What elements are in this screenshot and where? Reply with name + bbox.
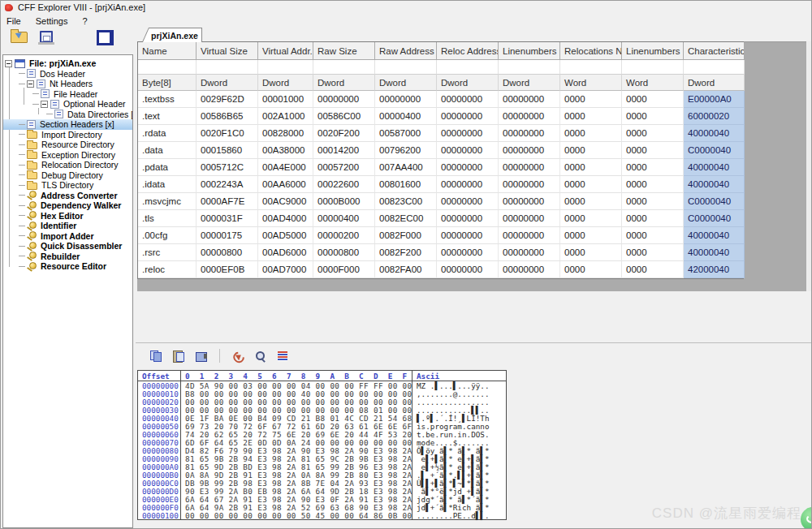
column-header-linenumbers[interactable]: Linenumbers ... — [622, 42, 684, 60]
table-cell[interactable]: .pdata — [138, 159, 197, 176]
table-cell[interactable]: 0000 — [560, 193, 622, 210]
fill-icon[interactable] — [278, 351, 287, 361]
table-cell[interactable]: 00001000 — [258, 91, 313, 108]
table-cell[interactable]: 0082F200 — [375, 244, 437, 261]
table-cell[interactable]: E00000A0 — [684, 91, 745, 108]
table-cell[interactable]: 60000020 — [684, 108, 745, 125]
tree-item-dos-header[interactable]: Dos Header — [3, 69, 132, 80]
table-cell[interactable]: 40000040 — [684, 159, 745, 176]
hex-bytes[interactable]: 69 73 20 70 72 6F 67 72 61 6D 20 63 61 6… — [181, 422, 412, 430]
tree-item-dependency-walker[interactable]: Dependency Walker — [3, 200, 132, 211]
table-cell[interactable]: 0000 — [622, 210, 684, 227]
table-cell[interactable]: 0000031F — [197, 210, 258, 227]
menu-item-file[interactable]: File — [6, 16, 21, 26]
table-cell[interactable]: 00AD5000 — [258, 227, 313, 244]
hex-bytes[interactable]: 00 00 00 00 00 00 00 00 50 45 00 00 64 8… — [181, 511, 412, 519]
table-cell[interactable]: 007AA400 — [375, 159, 437, 176]
table-cell[interactable]: 0020F200 — [313, 125, 375, 142]
hex-ascii[interactable]: Ô▌öy ã▌* ã▌* ã▌* — [412, 446, 505, 454]
table-cell[interactable]: .tls — [138, 210, 197, 227]
hex-ascii[interactable]: ........PE..d▌▌. — [412, 511, 505, 519]
hex-ascii[interactable]: is.program.canno — [412, 422, 505, 430]
table-cell[interactable]: 00000000 — [499, 142, 560, 159]
tree-item-import-adder[interactable]: Import Adder — [3, 231, 132, 242]
table-cell[interactable]: 00AD7000 — [258, 261, 313, 278]
cascade-windows-icon[interactable] — [97, 30, 114, 45]
tree-item-address-converter[interactable]: Address Converter — [3, 191, 132, 201]
hex-ascii[interactable]: .▌ +´ã▌*.▌▌+▌ã▌* — [412, 471, 505, 479]
table-cell[interactable]: 00000000 — [437, 244, 499, 261]
column-header-name[interactable]: Name — [138, 42, 197, 60]
table-cell[interactable]: 00000175 — [197, 227, 258, 244]
table-cell[interactable]: 00000800 — [313, 244, 375, 261]
column-header-raw-address[interactable]: Raw Address — [375, 42, 437, 60]
table-cell[interactable]: 00000000 — [375, 91, 437, 108]
tree-item-data-directories-x[interactable]: Data Directories [x] — [3, 110, 132, 120]
column-header-raw-size[interactable]: Raw Size — [313, 42, 375, 60]
column-header-virtual-addr[interactable]: Virtual Addr... — [258, 42, 313, 60]
hex-ascii[interactable]: e▌+▌ã▌* e▌+▌ã▌* — [412, 454, 505, 462]
tree-item-debug-directory[interactable]: Debug Directory — [3, 170, 132, 181]
table-cell[interactable]: 00000000 — [437, 193, 499, 210]
tree-item-identifier[interactable]: Identifier — [3, 221, 132, 231]
tree-item-rebuilder[interactable]: Rebuilder — [3, 252, 132, 262]
table-cell[interactable]: C0000040 — [684, 193, 745, 210]
table-cell[interactable]: 0000 — [622, 142, 684, 159]
table-cell[interactable]: 00801600 — [375, 176, 437, 193]
table-cell[interactable]: 0005712C — [197, 159, 258, 176]
collapse-toggle[interactable] — [27, 80, 34, 88]
table-cell[interactable]: 0002243A — [197, 176, 258, 193]
table-cell[interactable]: 00000000 — [499, 227, 560, 244]
table-cell[interactable]: 00586C00 — [313, 108, 375, 125]
table-cell[interactable]: 00000000 — [499, 91, 560, 108]
redo-icon[interactable] — [232, 351, 244, 362]
table-cell[interactable]: 0000AF7E — [197, 193, 258, 210]
table-cell[interactable]: 00823C00 — [375, 193, 437, 210]
column-header-relocations-n[interactable]: Relocations N... — [560, 42, 622, 60]
table-cell[interactable]: 40000040 — [684, 176, 745, 193]
table-cell[interactable]: 0020F1C0 — [197, 125, 258, 142]
table-cell[interactable]: 0000 — [560, 108, 622, 125]
hex-bytes[interactable]: 81 65 9B 2B 94 E3 98 2A 81 65 9C 2B 9B E… — [181, 454, 412, 462]
table-cell[interactable]: 0000 — [560, 159, 622, 176]
search-icon[interactable] — [255, 351, 266, 362]
table-cell[interactable]: 0000 — [622, 159, 684, 176]
hex-bytes[interactable]: B8 00 00 00 00 00 00 00 40 00 00 00 00 0… — [181, 389, 412, 398]
hex-bytes[interactable]: DB 9B 99 2B 98 E3 98 2A 8B 7E 04 2A 93 E… — [181, 479, 412, 487]
table-cell[interactable]: .rsrc — [138, 244, 197, 261]
table-cell[interactable]: 40000040 — [684, 244, 745, 261]
tree-item-resource-directory[interactable]: Resource Directory — [3, 140, 132, 150]
table-cell[interactable]: 0082EC00 — [375, 210, 437, 227]
table-cell[interactable]: .reloc — [138, 261, 197, 278]
table-cell[interactable]: 00022600 — [313, 176, 375, 193]
hex-ascii[interactable]: MZ .▌...▌...ÿÿ.. — [412, 381, 505, 389]
table-cell[interactable]: 0000 — [622, 244, 684, 261]
table-cell[interactable]: .rdata — [138, 125, 197, 142]
hex-ascii[interactable]: ▌.º▌.´.Í!¸▌LÍ!Th — [412, 414, 505, 422]
hex-bytes[interactable]: 6A 64 67 2A 91 E3 98 2A 90 E3 0F 2A 91 E… — [181, 495, 412, 503]
tree-item-relocation-directory[interactable]: Relocation Directory — [3, 160, 132, 170]
table-cell[interactable]: 00000000 — [499, 159, 560, 176]
column-header-linenumbers[interactable]: Linenumbers — [499, 42, 560, 60]
table-cell[interactable]: 00015860 — [197, 142, 258, 159]
tree-item-quick-disassembler[interactable]: Quick Disassembler — [3, 241, 132, 252]
column-header-reloc-address[interactable]: Reloc Address — [437, 42, 499, 60]
hex-bytes[interactable]: 0E 1F BA 0E 00 B4 09 CD 21 B8 01 4C CD 2… — [181, 414, 412, 422]
hex-bytes[interactable]: 74 20 62 65 20 72 75 6E 20 69 6E 20 44 4… — [181, 430, 412, 438]
table-cell[interactable]: 00AA6000 — [258, 176, 313, 193]
table-cell[interactable]: .data — [138, 142, 197, 159]
table-cell[interactable]: 00014200 — [313, 142, 375, 159]
table-cell[interactable]: 0000 — [622, 91, 684, 108]
menu-item-[interactable]: ? — [82, 16, 87, 26]
table-cell[interactable]: 0000 — [560, 210, 622, 227]
table-cell[interactable]: 00000000 — [437, 159, 499, 176]
hex-bytes[interactable]: D4 82 F6 79 90 E3 98 2A 90 E3 98 2A 90 E… — [181, 446, 412, 454]
table-cell[interactable]: .text — [138, 108, 197, 125]
open-file-icon[interactable] — [11, 32, 28, 43]
hex-bytes[interactable]: 0A 8A 9D 2B 91 E3 98 2A 0A 8A 99 2B 80 E… — [181, 471, 412, 479]
table-cell[interactable]: 00A38000 — [258, 142, 313, 159]
collapse-toggle[interactable] — [5, 60, 12, 67]
column-header-characteristics[interactable]: Characteristics — [684, 42, 745, 60]
tree-item-hex-editor[interactable]: Hex Editor — [3, 211, 132, 221]
table-cell[interactable]: 00000000 — [437, 210, 499, 227]
